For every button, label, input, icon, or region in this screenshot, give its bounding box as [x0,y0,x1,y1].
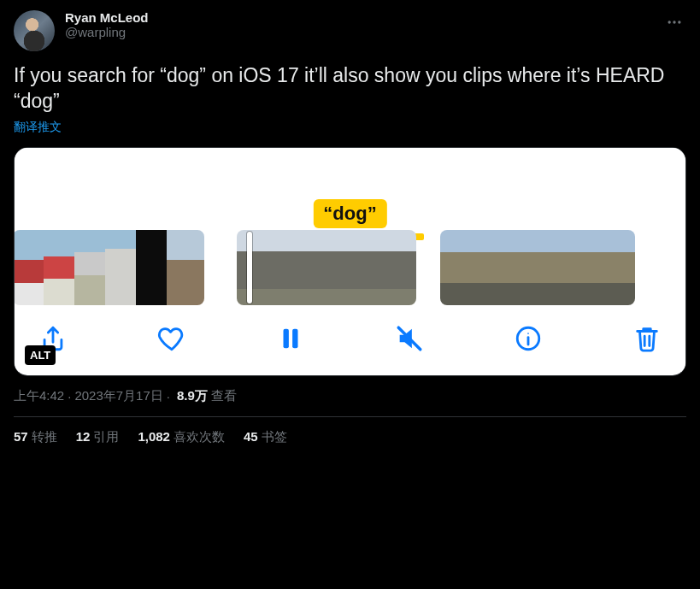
clip-frame [167,230,204,305]
svg-point-0 [668,21,671,23]
clip-frame [538,230,570,305]
tweet-header: Ryan McLeod @warpling [14,10,686,51]
stat-retweets[interactable]: 57转推 [14,429,57,445]
stat-likes[interactable]: 1,082喜欢次数 [138,429,225,445]
pause-icon[interactable] [276,324,305,353]
avatar[interactable] [14,10,55,51]
media-toolbar [15,305,685,372]
clip-frame [136,230,167,305]
svg-point-2 [678,21,680,23]
translate-link[interactable]: 翻译推文 [14,120,686,135]
author-names[interactable]: Ryan McLeod @warpling [65,10,149,39]
clip-frame [286,230,336,305]
trash-icon[interactable] [632,324,662,353]
media-caption-area: “dog” [15,148,685,230]
clip-frame [336,230,385,305]
clip-frame [237,230,286,305]
svg-point-1 [673,21,675,23]
media-inner: “dog” [15,148,685,375]
alt-badge[interactable]: ALT [25,345,56,365]
meta-dot: · [167,389,170,403]
mute-icon[interactable] [395,324,424,353]
playhead[interactable] [247,232,252,303]
author-handle: @warpling [65,25,149,39]
clip-frame [385,230,416,305]
info-icon[interactable] [514,324,543,353]
clip-frame [505,230,538,305]
clip-frame [603,230,635,305]
caption-pill: “dog” [313,199,386,228]
clip-frame [570,230,603,305]
tweet-text: If you search for “dog” on iOS 17 it’ll … [14,63,686,115]
author-display-name: Ryan McLeod [65,10,149,25]
tweet-time[interactable]: 上午4:42 [14,388,64,404]
tweet-meta: 上午4:42 · 2023年7月17日 · 8.9万 查看 [14,388,686,404]
tweet-date[interactable]: 2023年7月17日 [74,388,162,404]
clip-frame [44,230,74,305]
clip-group[interactable] [237,230,416,305]
svg-rect-3 [284,328,289,348]
filmstrip[interactable] [15,230,685,305]
svg-rect-4 [292,328,297,348]
clip-frame [440,230,473,305]
clip-frame [14,230,44,305]
clip-frame [74,230,105,305]
tweet-stats: 57转推 12引用 1,082喜欢次数 45书签 [14,417,686,445]
stat-bookmarks[interactable]: 45书签 [244,429,287,445]
more-icon[interactable] [662,10,686,38]
clip-group[interactable] [14,230,204,305]
media-card[interactable]: “dog” [14,147,686,376]
heart-icon[interactable] [157,324,186,353]
views-count: 8.9万 [177,388,208,404]
clip-frame [105,230,136,305]
meta-dot: · [68,389,71,403]
clip-group[interactable] [440,230,635,305]
stat-quotes[interactable]: 12引用 [76,429,120,445]
views-label: 查看 [211,388,237,404]
clip-frame [473,230,505,305]
tweet: Ryan McLeod @warpling If you search for … [14,10,686,445]
svg-point-8 [527,333,529,334]
